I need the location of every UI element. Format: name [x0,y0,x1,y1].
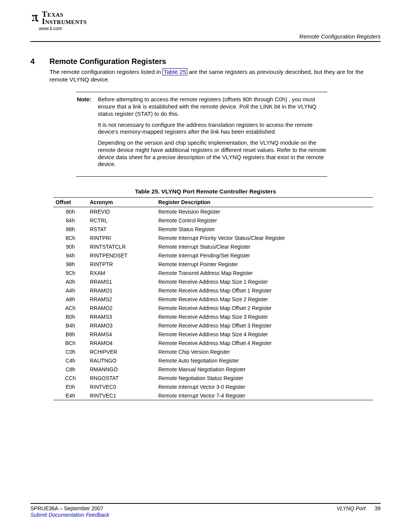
cell-offset: B8h [53,330,88,339]
table-row: C8hRMANNGORemote Manual Negotiation Regi… [53,365,373,374]
cell-description: Remote Negotiation Status Register [156,374,373,382]
table-row: A4hRRAMO1Remote Receive Address Map Offs… [53,286,373,295]
cell-description: Remote Receive Address Map Size 1 Regist… [156,277,373,286]
cell-acronym: RMANNGO [88,365,156,374]
running-head: Remote Configuration Registers [299,33,381,40]
cell-description: Remote Interrupt Vector 7-4 Register [156,391,373,400]
th-description: Register Description [156,198,373,207]
page-footer: SPRUE36A – September 2007 VLYNQ Port 39 … [30,503,381,518]
cell-offset: 9Ch [53,268,88,277]
cell-description: Remote Interrupt Pointer Register [156,260,373,268]
cell-acronym: RRAMO1 [88,286,156,295]
header-rule [30,41,381,42]
table-row: A8hRRAMS2Remote Receive Address Map Size… [53,295,373,304]
cell-description: Remote Chip Version Register [156,347,373,356]
intro-pre: The remote configuration registers liste… [49,69,162,75]
cell-acronym: RRAMO3 [88,321,156,330]
table-row: B4hRRAMO3Remote Receive Address Map Offs… [53,321,373,330]
ti-url: www.ti.com [39,26,87,31]
table-row: CChRNGOSTATRemote Negotiation Status Reg… [53,374,373,382]
cell-offset: C0h [53,347,88,356]
cell-acronym: RRAMS1 [88,277,156,286]
cell-offset: 84h [53,216,88,225]
page-header: Texas Instruments www.ti.com Remote Conf… [30,11,381,40]
footer-doctitle: VLYNQ Port [337,505,366,511]
note-label: Note: [77,96,98,121]
cell-offset: ACh [53,304,88,312]
cell-offset: BCh [53,339,88,347]
cell-acronym: RNGOSTAT [88,374,156,382]
cell-offset: 80h [53,207,88,216]
cell-acronym: RINTVEC0 [88,382,156,391]
cell-description: Remote Interrupt Priority Vector Status/… [156,233,373,242]
cell-description: Remote Receive Address Map Size 3 Regist… [156,312,373,321]
section-number: 4 [30,57,49,66]
cell-acronym: RSTAT [88,225,156,233]
table-row: C4hRAUTNGORemote Auto Negotiation Regist… [53,356,373,365]
table-row: 9ChRXAMRemote Transmit Address Map Regis… [53,268,373,277]
cell-acronym: RRAMO4 [88,339,156,347]
cell-offset: E0h [53,382,88,391]
table-row: B8hRRAMS4Remote Receive Address Map Size… [53,330,373,339]
note-block: Note: Before attempting to access the re… [76,92,327,177]
ti-logo-text-line2: Instruments [42,18,87,25]
cell-description: Remote Control Register [156,216,373,225]
cell-description: Remote Status Register [156,225,373,233]
ti-logo-mark-icon [30,14,40,25]
note-paragraph-1: Before attempting to access the remote r… [98,96,327,117]
cell-acronym: RINTPRI [88,233,156,242]
cell-acronym: RREVID [88,207,156,216]
cell-acronym: RCHIPVER [88,347,156,356]
section-title: Remote Configuration Registers [49,57,166,66]
cell-offset: A0h [53,277,88,286]
cell-acronym: RINTPTR [88,260,156,268]
cell-description: Remote Auto Negotiation Register [156,356,373,365]
table-row: 8ChRINTPRIRemote Interrupt Priority Vect… [53,233,373,242]
cell-acronym: RXAM [88,268,156,277]
footer-docid: SPRUE36A – September 2007 [30,505,103,511]
cell-offset: B0h [53,312,88,321]
register-table: Offset Acronym Register Description 80hR… [53,197,373,400]
table-row: 80hRREVIDRemote Revision Register [53,207,373,216]
cell-offset: 94h [53,251,88,260]
note-rule-bottom [76,176,327,177]
cell-offset: 90h [53,242,88,251]
cell-description: Remote Revision Register [156,207,373,216]
table-row: A0hRRAMS1Remote Receive Address Map Size… [53,277,373,286]
section-intro: The remote configuration registers liste… [49,68,381,83]
cell-offset: E4h [53,391,88,400]
cell-offset: A8h [53,295,88,304]
cell-acronym: RCTRL [88,216,156,225]
cell-offset: C4h [53,356,88,365]
table-row: 88hRSTATRemote Status Register [53,225,373,233]
table-row: BChRRAMO4Remote Receive Address Map Offs… [53,339,373,347]
table-row: B0hRRAMS3Remote Receive Address Map Size… [53,312,373,321]
cell-description: Remote Receive Address Map Offset 1 Regi… [156,286,373,295]
cell-acronym: RRAMS4 [88,330,156,339]
section-4: 4 Remote Configuration Registers The rem… [30,57,381,83]
cell-description: Remote Interrupt Vector 3-0 Register [156,382,373,391]
cell-offset: CCh [53,374,88,382]
submit-feedback-link[interactable]: Submit Documentation Feedback [30,512,109,518]
cell-acronym: RRAMS3 [88,312,156,321]
table-row: AChRRAMO2Remote Receive Address Map Offs… [53,304,373,312]
table-row: E4hRINTVEC1Remote Interrupt Vector 7-4 R… [53,391,373,400]
footer-page-number: 39 [374,505,381,511]
th-offset: Offset [53,198,88,207]
note-paragraph-3: Depending on the version and chip specif… [98,139,327,168]
th-acronym: Acronym [88,198,156,207]
cell-description: Remote Receive Address Map Size 2 Regist… [156,295,373,304]
cell-acronym: RRAMS2 [88,295,156,304]
cell-offset: 88h [53,225,88,233]
cell-description: Remote Interrupt Pending/Set Register [156,251,373,260]
table-row: 94hRINTPENDSETRemote Interrupt Pending/S… [53,251,373,260]
cell-offset: B4h [53,321,88,330]
ti-logo: Texas Instruments www.ti.com [30,11,87,31]
table-row: E0hRINTVEC0Remote Interrupt Vector 3-0 R… [53,382,373,391]
table-25-link[interactable]: Table 25 [162,68,187,75]
table-caption: Table 25. VLYNQ Port Remote Controller R… [30,188,381,195]
cell-acronym: RINTSTATCLR [88,242,156,251]
cell-description: Remote Receive Address Map Offset 2 Regi… [156,304,373,312]
table-row: C0hRCHIPVERRemote Chip Version Register [53,347,373,356]
cell-acronym: RINTVEC1 [88,391,156,400]
